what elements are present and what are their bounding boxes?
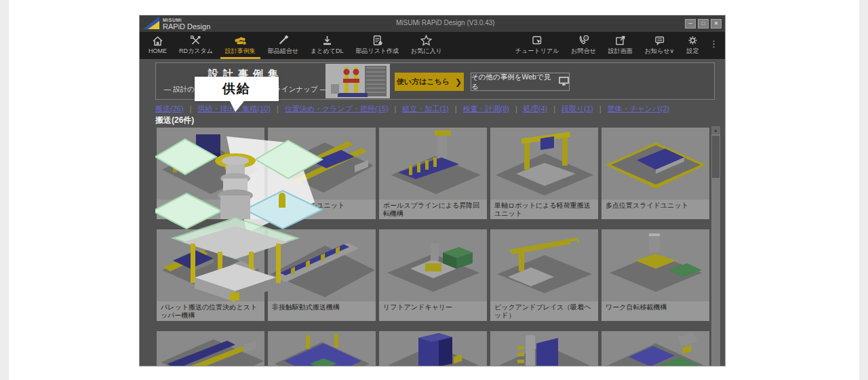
nav-parts-combine[interactable]: 部品組合せ <box>262 32 304 59</box>
nav-parts-list[interactable]: 部品リスト作成 <box>349 32 405 59</box>
nav-label: 設計事例集 <box>225 47 256 56</box>
nav-label: まとめてDL <box>311 47 343 56</box>
example-caption: ワーク自転移載機構 <box>601 301 709 321</box>
app-logo: MiSUMi RAPiD Design <box>143 16 210 32</box>
nav-notices[interactable]: お知らせ∨ <box>639 32 680 59</box>
scroll-up-arrow-icon[interactable]: ▲ <box>711 126 720 134</box>
example-card[interactable] <box>157 331 264 366</box>
example-caption: ルユニット <box>268 200 376 219</box>
category-tooltip: 供給 <box>195 77 279 101</box>
nav-label: 設計画面 <box>608 47 633 56</box>
nav-label: お気に入り <box>411 47 442 56</box>
example-card[interactable]: パレット搬送の位置決めとストッパー機構 <box>157 229 264 321</box>
example-thumbnail <box>379 331 487 366</box>
web-examples-button[interactable]: その他の事例をWebで見る <box>471 73 570 91</box>
home-icon <box>151 35 164 47</box>
example-thumbnail <box>268 128 376 200</box>
filter-separator: ｜ <box>452 104 460 113</box>
nav-rd-custom[interactable]: RDカスタム <box>173 32 219 59</box>
nav-bulk-download[interactable]: まとめてDL <box>304 32 349 59</box>
usage-button[interactable]: 使い方はこちら❯ <box>395 73 464 91</box>
logo-triangle-icon <box>143 16 159 32</box>
example-card[interactable]: ルユニット <box>268 128 376 219</box>
nav-label: RDカスタム <box>179 47 213 56</box>
nav-label: HOME <box>149 48 167 54</box>
example-thumbnail <box>157 229 264 301</box>
example-card[interactable]: 単軸ロボットによる軽荷重搬送ユニット <box>490 128 598 219</box>
nav-label: 部品リスト作成 <box>355 47 399 56</box>
filter-dandori[interactable]: 段取り(1) <box>561 104 593 113</box>
nav-tutorial[interactable]: チュートリアル <box>509 32 565 59</box>
nav-label: お知らせ∨ <box>645 47 674 56</box>
nav-label: 部品組合せ <box>268 47 298 56</box>
filter-separator: ｜ <box>551 104 558 113</box>
external-link-icon <box>614 35 627 46</box>
example-card[interactable] <box>490 331 598 366</box>
nav-favorites[interactable]: お気に入り <box>405 32 448 59</box>
example-thumbnail <box>157 128 264 200</box>
example-caption <box>157 200 264 219</box>
filter-separator: ｜ <box>187 104 195 113</box>
chevron-down-icon: ∨ <box>669 48 674 54</box>
banner-machine-image <box>326 64 390 101</box>
logo-text-top: MiSUMi <box>163 18 210 22</box>
filter-shori[interactable]: 処理(4) <box>524 104 547 113</box>
download-icon <box>321 35 334 46</box>
close-button[interactable]: ✕ <box>711 19 722 28</box>
nav-settings[interactable]: 設定 <box>680 32 705 59</box>
parts-pile-icon <box>233 35 248 46</box>
filter-separator: ｜ <box>392 104 399 113</box>
filter-hansou[interactable]: 搬送(26) <box>155 104 184 113</box>
example-card[interactable] <box>601 331 709 366</box>
vertical-scrollbar[interactable]: ▲ <box>711 126 720 366</box>
main-toolbar: HOME RDカスタム 設計事例集 部品組合せ まとめてDL 部品リスト作成 お… <box>140 32 725 59</box>
page-edge-right <box>859 0 868 380</box>
star-icon <box>420 35 433 46</box>
example-caption: パレット搬送の位置決めとストッパー機構 <box>157 301 264 321</box>
overflow-menu-icon[interactable]: ⋮ <box>705 32 722 59</box>
example-card[interactable]: 多点位置スライドユニット <box>601 128 709 219</box>
example-thumbnail <box>490 331 598 366</box>
filter-ichigime[interactable]: 位置決め・クランプ・把持(15) <box>285 104 389 113</box>
example-card[interactable] <box>379 331 487 366</box>
nav-design-examples[interactable]: 設計事例集 <box>219 32 262 59</box>
example-thumbnail <box>268 229 376 301</box>
example-thumbnail <box>490 128 598 200</box>
example-thumbnail <box>379 128 487 200</box>
minimize-button[interactable]: ─ <box>685 19 696 28</box>
example-grid: ルユニットボールスプラインによる昇降回転機構単軸ロボットによる軽荷重搬送ユニット… <box>157 128 713 366</box>
scrollbar-thumb[interactable] <box>712 136 719 178</box>
section-heading: 搬送(26件) <box>155 115 194 126</box>
example-thumbnail <box>157 331 264 366</box>
filter-kumitate[interactable]: 組立・加工(1) <box>402 104 448 113</box>
nav-contact[interactable]: お問合せ <box>565 32 601 59</box>
example-card[interactable]: ピックアンドプレイス（吸着ヘッド） <box>490 229 598 321</box>
example-caption: ピックアンドプレイス（吸着ヘッド） <box>490 301 598 321</box>
filter-kensa[interactable]: 検査・計測(8) <box>463 104 509 113</box>
example-card[interactable]: ワーク自転移載機構 <box>601 229 709 321</box>
example-caption: 単軸ロボットによる軽荷重搬送ユニット <box>490 200 598 219</box>
title-bar: MiSUMi RAPiD Design MiSUMi RAPiD Design … <box>140 16 725 32</box>
window-title: MiSUMi RAPiD Design (V3.0.43) <box>396 19 495 26</box>
nav-home[interactable]: HOME <box>142 32 173 59</box>
gear-icon <box>686 35 699 46</box>
example-card[interactable]: ボールスプラインによる昇降回転機構 <box>379 128 487 219</box>
phone-bubble-icon <box>577 35 590 46</box>
logo-text-bottom: RAPiD Design <box>163 23 210 31</box>
maximize-button[interactable]: □ <box>698 19 709 28</box>
example-card[interactable] <box>157 128 264 219</box>
nav-label: お問合せ <box>571 47 595 56</box>
filter-separator: ｜ <box>513 104 520 113</box>
example-thumbnail <box>268 331 376 366</box>
tooltip-text: 供給 <box>222 80 251 98</box>
example-card[interactable]: リフトアンドキャリー <box>379 229 487 321</box>
chevron-right-icon: ❯ <box>455 77 462 87</box>
filter-kyoutai[interactable]: 筐体・チャンバ(2) <box>608 104 669 113</box>
example-thumbnail <box>601 229 709 301</box>
nav-design-screen[interactable]: 設計画面 <box>602 32 639 59</box>
nav-label: 設定 <box>687 47 699 56</box>
bolt-icon <box>277 35 290 46</box>
monitor-icon <box>559 77 569 87</box>
example-card[interactable] <box>268 331 376 366</box>
example-card[interactable]: 非接触駆動式搬送機構 <box>268 229 376 321</box>
